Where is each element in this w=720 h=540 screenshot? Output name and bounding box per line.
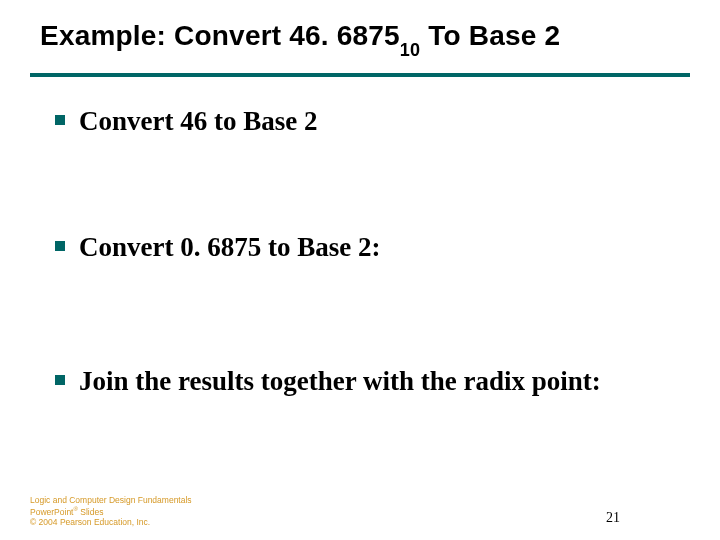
list-item: Convert 46 to Base 2 (55, 105, 665, 139)
list-item: Join the results together with the radix… (55, 365, 665, 399)
title-subscript: 10 (400, 40, 420, 60)
bullet-text-2: Convert 0. 6875 to Base 2: (79, 231, 380, 265)
title-prefix: Example: Convert 46. 6875 (40, 20, 400, 51)
slide: Example: Convert 46. 687510 To Base 2 Co… (0, 0, 720, 540)
bullet-text-1: Convert 46 to Base 2 (79, 105, 317, 139)
footer-credit: Logic and Computer Design Fundamentals P… (30, 495, 192, 528)
title-suffix: To Base 2 (420, 20, 560, 51)
page-number: 21 (606, 510, 620, 526)
footer-line2: PowerPoint® Slides (30, 506, 192, 517)
title-underline (30, 73, 690, 77)
footer-line1: Logic and Computer Design Fundamentals (30, 495, 192, 506)
title-area: Example: Convert 46. 687510 To Base 2 (0, 0, 720, 57)
body: Convert 46 to Base 2 Convert 0. 6875 to … (0, 105, 720, 398)
bullet-icon (55, 241, 65, 251)
bullet-text-3: Join the results together with the radix… (79, 365, 601, 399)
slide-title: Example: Convert 46. 687510 To Base 2 (40, 18, 680, 57)
list-item: Convert 0. 6875 to Base 2: (55, 231, 665, 265)
footer-line3: © 2004 Pearson Education, Inc. (30, 517, 192, 528)
bullet-icon (55, 115, 65, 125)
bullet-icon (55, 375, 65, 385)
